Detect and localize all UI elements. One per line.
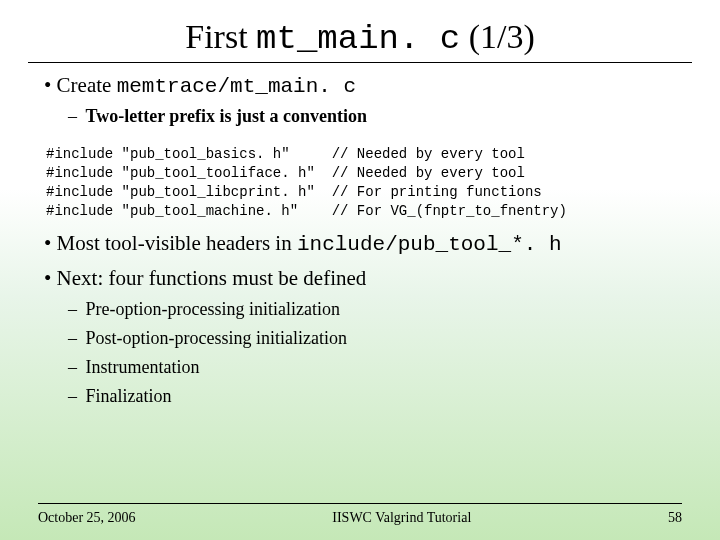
bullet2-code: include/pub_tool_*. h	[297, 233, 562, 256]
footer-divider	[38, 503, 682, 504]
footer-page: 58	[668, 510, 682, 526]
title-suffix: (1/3)	[460, 18, 535, 55]
bullet1-prefix: Create	[57, 73, 117, 97]
footer-date: October 25, 2006	[38, 510, 136, 526]
title-prefix: First	[185, 18, 256, 55]
sub-bullet-prefix-convention: Two-letter prefix is just a convention	[86, 106, 692, 127]
sub-bullet-instrumentation: Instrumentation	[86, 357, 692, 378]
sub-bullet-finalization: Finalization	[86, 386, 692, 407]
bullet-next: Next: four functions must be defined	[44, 266, 692, 291]
bullet-headers: Most tool-visible headers in include/pub…	[44, 231, 692, 256]
title-divider	[28, 62, 692, 63]
slide-title: First mt_main. c (1/3)	[28, 18, 692, 58]
code-includes: #include "pub_tool_basics. h" // Needed …	[46, 145, 692, 221]
footer-center: IISWC Valgrind Tutorial	[332, 510, 471, 526]
title-code: mt_main. c	[256, 20, 460, 58]
bullet-create: Create memtrace/mt_main. c	[44, 73, 692, 98]
bullet2-prefix: Most tool-visible headers in	[57, 231, 297, 255]
sub-bullet-pre-option: Pre-option-processing initialization	[86, 299, 692, 320]
slide-footer: October 25, 2006 IISWC Valgrind Tutorial…	[0, 503, 720, 526]
sub-bullet-post-option: Post-option-processing initialization	[86, 328, 692, 349]
bullet1-code: memtrace/mt_main. c	[117, 75, 356, 98]
